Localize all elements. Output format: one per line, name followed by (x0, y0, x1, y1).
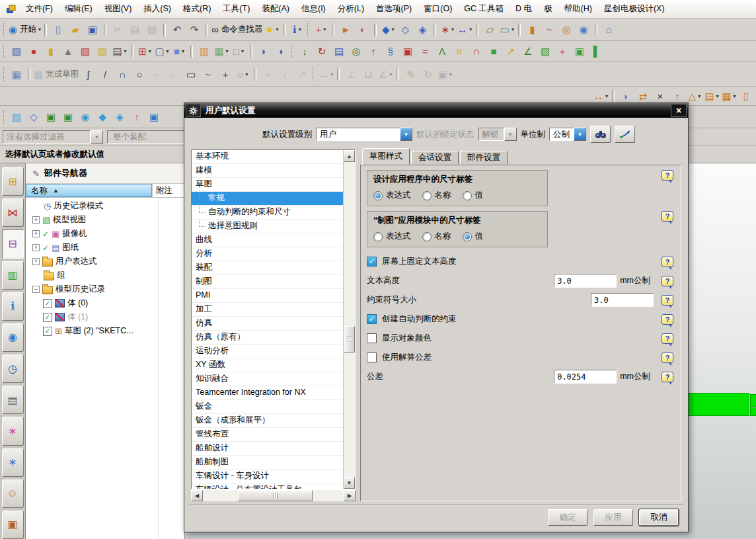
vertical-scroll-track[interactable] (344, 162, 355, 477)
category-item[interactable]: 船舶设计 (192, 442, 343, 456)
tree-checkbox[interactable]: ✓ (43, 299, 52, 308)
radio-value[interactable]: 值 (463, 231, 484, 242)
help-icon[interactable]: ? (662, 314, 673, 325)
quick-trim-button[interactable]: × (260, 66, 276, 82)
start-button[interactable]: ◉ 开始 ▾ (9, 22, 41, 38)
electrode-pentagon-button[interactable]: ◆ (94, 109, 110, 125)
category-item[interactable]: 运动分析 (192, 345, 343, 358)
dimension-button[interactable]: ↔ ▾ (457, 22, 472, 38)
extrude-button[interactable]: ▮ (524, 22, 540, 38)
expand-plus-icon[interactable]: + (32, 230, 40, 237)
menu-window[interactable]: 窗口(O) (418, 1, 458, 17)
constraints-button[interactable]: ∗ ▾ (439, 22, 455, 38)
ellipse-button[interactable]: ○ ▾ (235, 66, 250, 82)
tree-item-model-history[interactable]: − 模型历史记录 (26, 282, 184, 296)
default-level-combo[interactable]: 用户 ▼ (316, 128, 412, 141)
trim-body-button[interactable]: ◗ (256, 44, 272, 60)
diamond-pair-button[interactable]: ◈ (414, 22, 430, 38)
radio-name[interactable]: 名称 (422, 190, 451, 201)
category-item[interactable]: Teamcenter Integration for NX (192, 386, 343, 400)
find-default-button[interactable] (590, 126, 611, 143)
electrode-polygon-button[interactable]: ◈ (112, 109, 128, 125)
menu-information[interactable]: 信息(I) (295, 1, 332, 17)
undo-button[interactable]: ↶ (169, 22, 185, 38)
display-object-color-checkbox[interactable] (367, 333, 377, 343)
update-model-button[interactable]: ↻ (420, 66, 435, 82)
help-icon[interactable]: ? (662, 333, 673, 344)
offset-region-button[interactable]: ↑ (669, 88, 685, 104)
tree-item-groups[interactable]: 组 (26, 269, 184, 282)
cut-button[interactable]: ✂ (110, 22, 126, 38)
column-header-name[interactable]: 名称 ▲ (26, 184, 152, 197)
expand-plus-icon[interactable]: + (32, 244, 40, 251)
help-icon[interactable]: ? (662, 352, 673, 363)
datum-axis-button[interactable]: ▨ (94, 44, 110, 60)
target-button[interactable]: + (554, 44, 570, 60)
import-button[interactable]: ↓ (297, 44, 313, 60)
ok-button[interactable]: 确定 (548, 509, 587, 526)
column-header-note[interactable]: 附注 (152, 184, 184, 197)
tab-sketch-style[interactable]: 草图样式 (362, 148, 410, 165)
visualization-tab[interactable]: ∗ (2, 417, 24, 445)
studio-spline-button[interactable]: ~ (200, 66, 216, 82)
display-constraints-button[interactable]: ∠ ▾ (377, 66, 393, 82)
plane-button[interactable]: ▭ ▾ (499, 22, 515, 38)
properties-button[interactable]: ▤ (331, 44, 347, 60)
history-tab[interactable]: ◷ (2, 354, 24, 383)
category-item[interactable]: 制图 (192, 275, 343, 289)
cylinders-button[interactable]: ▌ (589, 44, 605, 60)
electrode-pocket-button[interactable]: ▣ (146, 109, 162, 125)
tree-item-cameras[interactable]: + ✓ ▣ 摄像机 (26, 227, 184, 241)
help-icon[interactable]: ? (662, 211, 673, 222)
manage-defaults-button[interactable] (615, 126, 635, 143)
redo-button[interactable]: ↷ (186, 22, 202, 38)
copy-face-button[interactable]: ▤ ▾ (704, 88, 720, 104)
render-style-button[interactable]: ▢ ▾ (154, 44, 170, 60)
category-item[interactable]: 常规 (192, 192, 343, 206)
toolbar-grip[interactable] (3, 110, 6, 124)
delete-face-button[interactable]: × (652, 88, 668, 104)
category-item[interactable]: 管线布置 (192, 428, 343, 442)
toolbar-grip[interactable] (291, 45, 294, 58)
vertical-scrollbar[interactable]: ▲ ▼ (343, 150, 355, 489)
category-item[interactable]: 自动判断的约束和尺寸 (192, 206, 343, 220)
use-solver-tolerance-checkbox[interactable] (367, 352, 377, 362)
category-item[interactable]: 基本环境 (192, 150, 343, 164)
toolbar-grip[interactable] (313, 67, 315, 81)
menu-analysis[interactable]: 分析(L) (332, 1, 370, 17)
gear-icon[interactable] (186, 104, 201, 117)
constraint-symbol-size-input[interactable] (591, 293, 654, 307)
expand-plus-icon[interactable]: + (32, 216, 40, 224)
sun-button[interactable]: ¤ (451, 44, 467, 60)
menu-view[interactable]: 视图(V) (98, 1, 138, 17)
menu-gc-toolbox[interactable]: GC 工具箱 (458, 1, 510, 17)
electrode-blank-button[interactable]: ▧ (9, 109, 24, 125)
swap-loops-button[interactable]: ↻ (314, 44, 330, 60)
replace-face-button[interactable]: ⇄ (635, 88, 651, 104)
section-orange-button[interactable]: ▥ (196, 44, 212, 60)
menu-file[interactable]: 文件(F) (20, 1, 59, 17)
tolerance-input[interactable] (554, 370, 617, 384)
expand-plus-icon[interactable]: + (32, 258, 40, 265)
roles-tab[interactable]: ☺ (2, 479, 24, 508)
edit-sketch-button[interactable]: ✎ (402, 66, 418, 82)
apply-button[interactable]: 应用 (593, 509, 633, 526)
copy-button[interactable]: ▤ (127, 22, 143, 38)
category-item[interactable]: 建模 (192, 164, 343, 178)
sketch-in-task-button[interactable]: ▦ (9, 66, 24, 82)
blend-button[interactable]: ◉ (576, 22, 591, 38)
lambda-button[interactable]: Λ (434, 44, 450, 60)
delay-evaluation-button[interactable]: ▣ ▾ (437, 66, 453, 82)
help-icon[interactable]: ? (662, 276, 673, 286)
sketch-button[interactable]: ▱ (482, 22, 498, 38)
help-icon[interactable]: ? (662, 372, 673, 382)
part-navigator-tab[interactable]: ⊟ (2, 229, 24, 258)
menu-xingchuang-electrode-design[interactable]: 星创电极设计(X) (598, 1, 671, 17)
print-button[interactable]: ▤ ▾ (112, 44, 128, 60)
menu-d-electrode[interactable]: D 电 (510, 1, 538, 17)
select-region-button[interactable]: ▣ (400, 44, 416, 60)
lock-state-combo[interactable]: 解锁 ▼ (478, 128, 517, 141)
line-button[interactable]: / (97, 66, 113, 82)
menu-edit[interactable]: 编辑(E) (59, 1, 98, 17)
horizontal-scroll-thumb[interactable] (238, 490, 313, 501)
